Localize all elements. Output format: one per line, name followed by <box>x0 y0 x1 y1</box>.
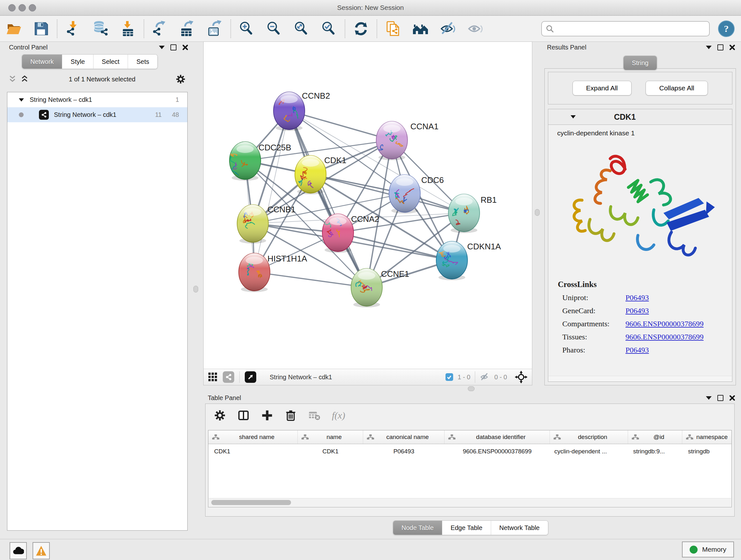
network-node-CDC6[interactable] <box>389 175 420 212</box>
table-horizontal-scrollbar[interactable] <box>209 498 731 507</box>
add-column-icon[interactable] <box>261 409 273 422</box>
expand-all-button[interactable]: Expand All <box>572 81 631 96</box>
clone-network-button[interactable] <box>384 19 402 38</box>
save-session-button[interactable] <box>32 19 51 38</box>
column-header[interactable]: shared name <box>208 430 298 444</box>
search-input[interactable] <box>557 25 705 33</box>
node-label-CDC6: CDC6 <box>421 175 444 185</box>
node-result-header[interactable]: CDK1 <box>548 109 732 125</box>
memory-button[interactable]: Memory <box>682 542 734 557</box>
network-node-CCNE1[interactable] <box>351 268 382 306</box>
column-header[interactable]: namespace <box>682 430 732 444</box>
network-row[interactable]: String Network – cdk1 11 48 <box>7 107 187 122</box>
network-node-CDKN1A[interactable] <box>436 241 468 279</box>
import-network-database-button[interactable] <box>91 19 110 38</box>
network-canvas[interactable]: CCNB2CCNA1CDC25BCDK1CDC6RB1CCNB1CCNA2CDK… <box>204 42 532 369</box>
search-field[interactable] <box>541 21 710 37</box>
network-share-button[interactable] <box>223 371 234 383</box>
tab-style[interactable]: Style <box>62 55 93 69</box>
tab-network[interactable]: Network <box>22 55 62 69</box>
right-splitter-handle[interactable] <box>535 209 540 216</box>
zoom-in-button[interactable] <box>238 19 256 38</box>
show-all-button[interactable] <box>466 19 484 38</box>
tab-edge-table[interactable]: Edge Table <box>442 521 491 535</box>
gear-icon[interactable] <box>214 409 226 422</box>
column-type-icon <box>553 434 561 440</box>
help-button[interactable]: ? <box>718 20 735 37</box>
collapse-all-button[interactable]: Collapse All <box>646 81 708 96</box>
cloud-button[interactable] <box>10 542 27 559</box>
network-node-CCNB1[interactable] <box>237 205 268 242</box>
network-node-RB1[interactable] <box>448 194 480 232</box>
control-panel: Control Panel Network Style Select Sets … <box>3 42 191 533</box>
bottom-splitter-handle[interactable] <box>468 386 475 391</box>
crosslink-link[interactable]: P06493 <box>625 294 649 302</box>
left-splitter-handle[interactable] <box>193 286 198 293</box>
panel-close-icon[interactable] <box>729 44 735 51</box>
results-horizontal-scrollbar[interactable] <box>549 376 732 381</box>
collection-expand-icon[interactable] <box>19 98 24 102</box>
columns-icon[interactable] <box>238 409 250 422</box>
panel-float-icon[interactable] <box>706 46 712 49</box>
export-network-button[interactable] <box>151 19 169 38</box>
gear-icon[interactable] <box>176 74 186 84</box>
export-image-button[interactable] <box>205 19 224 38</box>
panel-maximize-icon[interactable] <box>171 44 177 51</box>
expand-all-icon[interactable] <box>20 75 29 83</box>
export-table-button[interactable] <box>178 19 197 38</box>
network-node-CCNA1[interactable] <box>376 121 408 159</box>
entry-expand-icon[interactable] <box>570 115 576 118</box>
tab-string[interactable]: String <box>623 56 657 70</box>
delete-table-icon[interactable] <box>308 409 320 422</box>
panel-float-icon[interactable] <box>706 396 712 400</box>
update-network-button[interactable] <box>352 19 370 38</box>
panel-maximize-icon[interactable] <box>718 44 724 51</box>
tab-sets[interactable]: Sets <box>128 55 157 69</box>
network-node-CCNA2[interactable] <box>322 214 354 252</box>
column-header[interactable]: canonical name <box>363 430 445 444</box>
hide-selected-button[interactable] <box>439 19 457 38</box>
hidden-eye-icon[interactable] <box>480 372 490 382</box>
tab-node-table[interactable]: Node Table <box>393 521 442 535</box>
node-label-CCNA2: CCNA2 <box>351 214 379 224</box>
grid-icon[interactable] <box>208 372 218 382</box>
panel-close-icon[interactable] <box>182 44 188 51</box>
network-node-CDK1[interactable] <box>295 155 326 193</box>
table-row[interactable]: CDK1 CDK1 P06493 9606.ENSP00000378699 cy… <box>208 444 731 459</box>
network-node-CDC25B[interactable] <box>229 142 261 179</box>
panel-float-icon[interactable] <box>159 46 165 49</box>
fit-content-button[interactable] <box>292 19 311 38</box>
crosslink-link[interactable]: 9606.ENSP00000378699 <box>625 333 704 341</box>
crosslink-link[interactable]: P06493 <box>625 307 649 315</box>
panel-close-icon[interactable] <box>729 395 735 401</box>
crosslink-link[interactable]: 9606.ENSP00000378699 <box>625 320 704 328</box>
network-node-CCNB2[interactable] <box>273 92 305 130</box>
warning-button[interactable] <box>32 542 50 559</box>
tab-select[interactable]: Select <box>93 55 128 69</box>
column-header[interactable]: description <box>550 430 628 444</box>
network-node-HIST1H1A[interactable] <box>239 253 270 291</box>
first-neighbors-button[interactable] <box>411 19 429 38</box>
selected-checkbox[interactable] <box>446 373 453 381</box>
network-edge[interactable] <box>254 272 367 287</box>
arrow-up-right-icon <box>247 373 254 381</box>
cloud-icon <box>12 546 24 556</box>
zoom-selected-button[interactable] <box>320 19 338 38</box>
zoom-out-button[interactable] <box>265 19 283 38</box>
column-header[interactable]: database identifier <box>445 430 550 444</box>
scrollbar-thumb[interactable] <box>211 500 291 505</box>
open-session-button[interactable] <box>4 19 23 38</box>
birds-eye-view-button[interactable] <box>245 371 256 383</box>
move-crosshair-icon[interactable] <box>515 371 528 383</box>
panel-maximize-icon[interactable] <box>718 395 724 401</box>
tab-network-table[interactable]: Network Table <box>491 521 548 535</box>
import-table-file-button[interactable] <box>119 19 137 38</box>
function-builder-icon[interactable]: f(x) <box>332 410 345 421</box>
column-header[interactable]: @id <box>628 430 682 444</box>
collapse-all-icon[interactable] <box>8 75 17 83</box>
delete-column-icon[interactable] <box>285 409 297 422</box>
import-network-file-button[interactable] <box>64 19 82 38</box>
network-collection-row[interactable]: String Network – cdk1 1 <box>7 92 187 107</box>
crosslink-link[interactable]: P06493 <box>625 346 649 354</box>
column-header[interactable]: name <box>298 430 363 444</box>
